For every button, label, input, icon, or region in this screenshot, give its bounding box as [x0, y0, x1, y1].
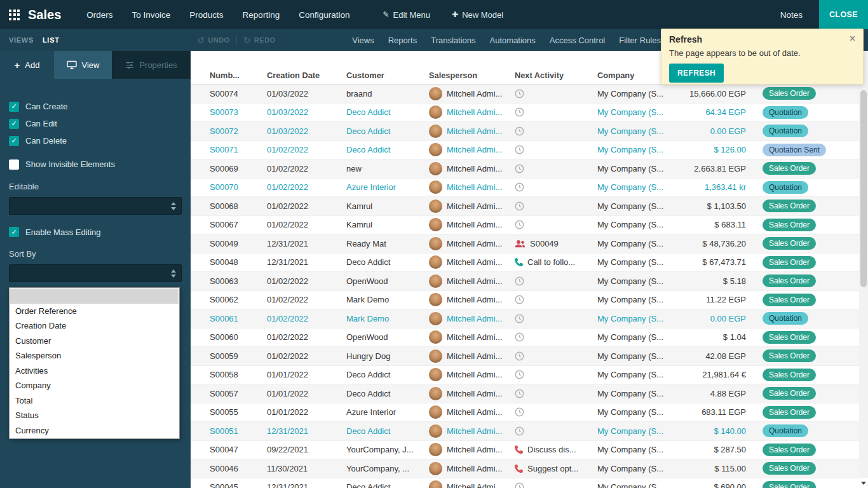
- sort-option[interactable]: Salesperson: [10, 348, 179, 363]
- status-badge: Sales Order: [763, 349, 816, 362]
- app-title[interactable]: Sales: [28, 8, 61, 22]
- avatar: [429, 480, 442, 488]
- toast-close-icon[interactable]: ×: [850, 34, 855, 43]
- avatar: [429, 180, 442, 194]
- table-row[interactable]: S00058 01/01/2022 Deco Addict Mitchell A…: [191, 365, 859, 384]
- avatar: [429, 368, 442, 381]
- studio-tab[interactable]: Automations: [490, 36, 536, 45]
- sort-option[interactable]: Total: [10, 393, 179, 409]
- cell-salesperson: Mitchell Admi...: [429, 403, 515, 422]
- top-menu-bar: OrdersTo InvoiceProductsReportingConfigu…: [86, 10, 349, 20]
- editable-select[interactable]: [9, 197, 182, 215]
- sort-option[interactable]: Order Reference: [10, 304, 179, 319]
- studio-tab[interactable]: Filter Rules: [619, 36, 661, 45]
- studio-close-button[interactable]: CLOSE: [819, 0, 868, 29]
- table-row[interactable]: S00067 01/02/2022 Kamrul Mitchell Admi..…: [191, 215, 859, 234]
- sort-option[interactable]: Customer: [10, 334, 179, 349]
- table-row[interactable]: S00059 01/02/2022 Hungry Dog Mitchell Ad…: [191, 347, 859, 366]
- topbar-menu-item[interactable]: Products: [189, 10, 223, 20]
- sidebar-checkbox[interactable]: Show Invisible Elements: [9, 156, 182, 173]
- sort-by-select[interactable]: [9, 264, 182, 282]
- cell-total: $ 1.04: [664, 328, 750, 347]
- table-row[interactable]: S00061 01/02/2022 Mark Demo Mitchell Adm…: [191, 309, 859, 329]
- sort-option[interactable]: Creation Date: [10, 318, 179, 334]
- mass-editing-checkbox[interactable]: Enable Mass Editing: [9, 224, 182, 240]
- cell-creation-date: 01/03/2022: [267, 103, 346, 122]
- redo-button[interactable]: ↻ REDO: [243, 35, 276, 45]
- cell-company: My Company (S...: [597, 328, 664, 347]
- column-header-number[interactable]: Numb...: [191, 66, 267, 85]
- sort-option[interactable]: Activities: [10, 363, 179, 379]
- sort-option[interactable]: [10, 288, 179, 304]
- table-row[interactable]: S00073 01/03/2022 Deco Addict Mitchell A…: [191, 103, 859, 122]
- tab-properties[interactable]: Properties: [112, 51, 191, 79]
- table-row[interactable]: S00062 01/02/2022 Mark Demo Mitchell Adm…: [191, 290, 859, 309]
- table-row[interactable]: S00057 01/01/2022 Deco Addict Mitchell A…: [191, 384, 859, 403]
- table-row[interactable]: S00069 01/02/2022 new Mitchell Admi...: [191, 159, 859, 179]
- table-row[interactable]: S00055 01/01/2022 Azure Interior Mitchel…: [191, 403, 859, 422]
- edit-menu-button[interactable]: ✎ Edit Menu: [383, 10, 430, 20]
- table-row[interactable]: S00060 01/02/2022 OpenWood Mitchell Admi…: [191, 328, 859, 347]
- table-row[interactable]: S00068 01/02/2022 Kamrul Mitchell Admi..…: [191, 197, 859, 216]
- topbar-menu-item[interactable]: Orders: [86, 10, 112, 20]
- table-row[interactable]: S00074 01/03/2022 braand Mitchell Admi..…: [191, 85, 859, 104]
- sliders-icon: [125, 61, 134, 69]
- apps-grid-icon[interactable]: [9, 10, 20, 20]
- column-header-creation-date[interactable]: Creation Date: [267, 66, 346, 85]
- refresh-button[interactable]: REFRESH: [669, 64, 724, 83]
- table-row[interactable]: S00048 12/31/2021 Deco Addict Mitchell A…: [191, 253, 859, 272]
- cell-next-activity: Suggest opt...: [515, 459, 597, 478]
- sidebar-checkbox[interactable]: Can Edit: [9, 115, 182, 132]
- tab-add[interactable]: + Add: [0, 51, 54, 79]
- topbar-menu-item[interactable]: To Invoice: [132, 10, 171, 20]
- table-row[interactable]: S00071 01/02/2022 Deco Addict Mitchell A…: [191, 140, 859, 159]
- scroll-down-arrow[interactable]: [859, 478, 868, 488]
- checkbox-box: [9, 119, 19, 129]
- topbar-menu-item[interactable]: Reporting: [243, 10, 280, 20]
- scrollbar-thumb[interactable]: [860, 90, 867, 287]
- table-row[interactable]: S00070 01/02/2022 Azure Interior Mitchel…: [191, 178, 859, 197]
- topbar-menu-item[interactable]: Configuration: [299, 10, 349, 20]
- sort-option[interactable]: Status: [10, 408, 179, 423]
- sidebar-checkbox[interactable]: Can Create: [9, 98, 182, 115]
- cell-next-activity: [515, 140, 597, 159]
- column-header-salesperson[interactable]: Salesperson: [429, 66, 515, 85]
- vertical-scrollbar[interactable]: [859, 30, 868, 488]
- table-row[interactable]: S00045 12/31/2021 Deco Addict Mitchell A…: [191, 478, 859, 488]
- sidebar-checkbox[interactable]: Can Delete: [9, 132, 182, 149]
- new-model-button[interactable]: ✚ New Model: [452, 10, 503, 20]
- clock-icon: [515, 107, 524, 117]
- cell-status: Sales Order: [750, 459, 859, 478]
- column-header-company[interactable]: Company: [597, 66, 664, 85]
- studio-tab[interactable]: Views: [352, 36, 374, 45]
- table-row[interactable]: S00072 01/03/2022 Deco Addict Mitchell A…: [191, 122, 859, 141]
- tab-properties-label: Properties: [139, 60, 177, 70]
- table-row[interactable]: S00051 12/31/2021 Deco Addict Mitchell A…: [191, 422, 859, 441]
- column-header-customer[interactable]: Customer: [346, 66, 429, 85]
- studio-tab[interactable]: Translations: [431, 36, 475, 45]
- cell-creation-date: 01/03/2022: [267, 122, 346, 141]
- studio-tab[interactable]: Access Control: [550, 36, 605, 45]
- cell-salesperson: Mitchell Admi...: [429, 85, 515, 104]
- cell-customer: OpenWood: [346, 272, 429, 291]
- sort-option[interactable]: Currency: [10, 423, 179, 438]
- tab-view[interactable]: View: [54, 51, 112, 79]
- sort-option[interactable]: Company: [10, 378, 179, 393]
- studio-tab[interactable]: Reports: [388, 36, 417, 45]
- cell-customer: Deco Addict: [346, 384, 429, 403]
- column-header-next-activity[interactable]: Next Activity: [515, 66, 597, 85]
- undo-button[interactable]: ↺ UNDO: [197, 35, 230, 45]
- table-row[interactable]: S00047 09/22/2021 YourCompany, J... Mitc…: [191, 440, 859, 459]
- status-badge: Sales Order: [763, 87, 816, 100]
- cell-company: My Company (S...: [597, 103, 664, 122]
- cell-salesperson: Mitchell Admi...: [429, 122, 515, 141]
- notes-menu[interactable]: Notes: [780, 10, 803, 20]
- table-row[interactable]: S00046 11/30/2021 YourCompany, ... Mitch…: [191, 459, 859, 478]
- clock-icon: [515, 426, 524, 436]
- table-row[interactable]: S00063 01/02/2022 OpenWood Mitchell Admi…: [191, 272, 859, 291]
- checkbox-box: [9, 159, 19, 170]
- avatar: [429, 162, 442, 175]
- table-row[interactable]: S00049 12/31/2021 Ready Mat Mitchell Adm…: [191, 234, 859, 254]
- cell-creation-date: 11/30/2021: [267, 459, 346, 478]
- views-label: VIEWS: [9, 36, 34, 44]
